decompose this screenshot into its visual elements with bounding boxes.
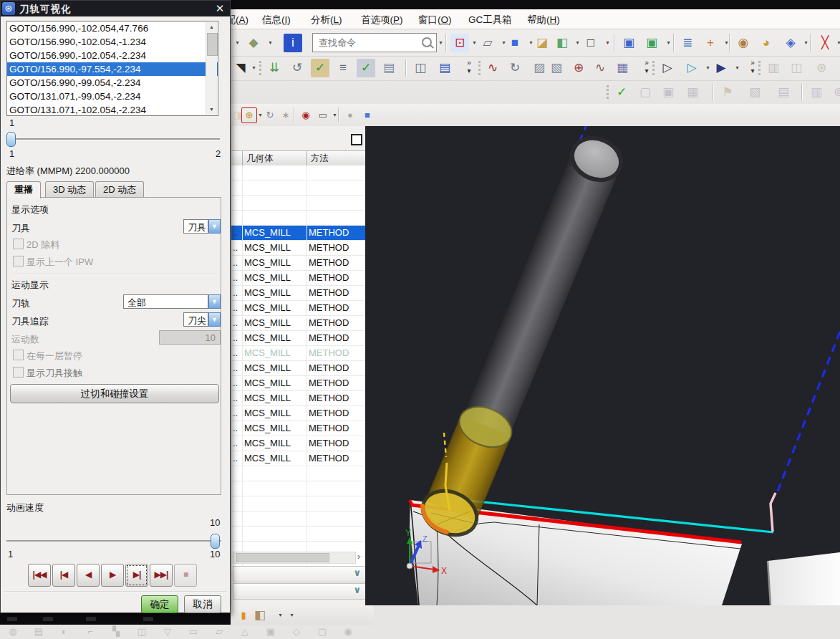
- op-faded-icon-1[interactable]: ▢: [636, 83, 655, 102]
- position-slider-handle[interactable]: [6, 132, 16, 147]
- bottom-toolbar-icon-10[interactable]: △: [238, 625, 252, 638]
- hscroll-thumb[interactable]: [236, 553, 329, 562]
- section-dropdown[interactable]: ▾: [574, 37, 581, 49]
- select-arrow-icon[interactable]: ◥: [231, 59, 250, 77]
- search-input[interactable]: [317, 37, 413, 49]
- toolbar-drag-handle[interactable]: [652, 61, 657, 75]
- goto-list-item[interactable]: GOTO/156.990,-99.054,-2.234: [7, 76, 218, 90]
- goto-scrollbar[interactable]: ▲ ▼: [206, 22, 217, 115]
- tool-display-dropdown[interactable]: ▼: [208, 219, 221, 234]
- graphics-window[interactable]: Y Z X: [365, 126, 840, 605]
- spline-icon[interactable]: ∿: [591, 59, 609, 77]
- play-backward-button[interactable]: ◀: [77, 564, 100, 587]
- bottom-toolbar-icon-13[interactable]: ▢: [315, 625, 329, 638]
- select-dropdown[interactable]: ▾: [250, 62, 258, 74]
- ok-button[interactable]: 确定: [141, 595, 178, 613]
- table-row[interactable]: ..MCS_MILLMETHOD: [231, 316, 366, 331]
- information-icon[interactable]: i: [284, 34, 302, 52]
- stop-at-intersection-icon[interactable]: ◉: [299, 108, 313, 122]
- scroll-thumb[interactable]: [207, 33, 218, 56]
- motion-count-field[interactable]: 10: [159, 330, 221, 345]
- gouge-check-icon[interactable]: ✓: [311, 59, 329, 77]
- list-toolpath-icon[interactable]: ≡: [334, 59, 352, 77]
- material-dropdown-1[interactable]: ▾: [276, 610, 284, 621]
- machine-sim-icon-3[interactable]: ⊛: [812, 59, 831, 77]
- view-orient-dropdown[interactable]: ▾: [266, 37, 274, 49]
- tab-3d-dynamic[interactable]: 3D 动态: [45, 181, 94, 197]
- table-row[interactable]: [231, 165, 366, 181]
- pattern-icon[interactable]: ▦: [613, 59, 632, 77]
- tool-display-value[interactable]: 刀具: [183, 219, 208, 234]
- table-row[interactable]: ..MCS_MILLMETHOD: [231, 436, 366, 451]
- table-row[interactable]: ..MCS_MILLMETHOD: [231, 346, 366, 361]
- rotate-point-icon[interactable]: ↻: [263, 108, 277, 122]
- table-row[interactable]: ..MCS_MILLMETHOD: [231, 331, 366, 346]
- dependencies-panel-collapsed[interactable]: ∨: [233, 566, 366, 582]
- table-row[interactable]: [231, 196, 366, 211]
- details-panel-collapsed[interactable]: ∨: [233, 583, 366, 600]
- scroll-down-icon[interactable]: ▼: [206, 105, 217, 115]
- table-row[interactable]: ..MCS_MILLMETHOD: [231, 301, 366, 316]
- op-wrench-icon[interactable]: ⊚: [829, 83, 840, 102]
- show-tool-solid-dropdown[interactable]: ▾: [733, 62, 741, 74]
- speed-slider-handle[interactable]: [211, 534, 220, 549]
- cancel-button[interactable]: 取消: [184, 595, 221, 613]
- material-dropdown-2[interactable]: ▾: [288, 610, 296, 621]
- table-row[interactable]: ..MCS_MILLMETHOD: [231, 406, 366, 421]
- table-row[interactable]: ..MCS_MILLMETHOD: [231, 361, 366, 376]
- goto-list-item[interactable]: GOTO/156.990,-97.554,-2.234: [7, 62, 218, 76]
- layer-settings-icon[interactable]: ≣: [678, 34, 697, 52]
- goto-list-item[interactable]: GOTO/131.071,-102.054,-2.234: [7, 103, 218, 116]
- command-finder[interactable]: [312, 33, 437, 52]
- table-row[interactable]: [231, 481, 366, 496]
- ipw-2d-icon[interactable]: ▧: [547, 59, 566, 77]
- toolpath-range-value[interactable]: 全部: [123, 294, 208, 309]
- scroll-up-icon[interactable]: ▲: [206, 22, 217, 32]
- background-dropdown[interactable]: ▾: [604, 37, 612, 49]
- close-icon[interactable]: ✕: [213, 2, 227, 15]
- goto-statement-list[interactable]: GOTO/156.990,-102.054,47.766GOTO/156.990…: [6, 21, 218, 116]
- step-forward-button[interactable]: ▶|: [125, 564, 148, 587]
- material-cube-icon[interactable]: ◧: [251, 606, 269, 625]
- search-dropdown[interactable]: ▾: [437, 37, 445, 49]
- op-table-icon[interactable]: ▦: [683, 83, 702, 102]
- bottom-toolbar-icon-8[interactable]: ▭: [186, 625, 201, 638]
- bottom-toolbar-icon-3[interactable]: ◐: [57, 625, 72, 638]
- table-row[interactable]: ..MCS_MILLMETHOD: [231, 451, 366, 466]
- bottom-toolbar-icon-12[interactable]: ◇: [289, 625, 304, 638]
- navigator-hscrollbar[interactable]: [233, 552, 356, 564]
- table-row[interactable]: ..MCS_MILLMETHOD: [231, 421, 366, 436]
- navigator-pin-checkbox[interactable]: [351, 134, 362, 145]
- op-list-icon[interactable]: ▥: [807, 83, 826, 102]
- hscroll-right-arrow[interactable]: ›: [357, 552, 365, 562]
- checkbox-2d-removal[interactable]: [13, 239, 24, 249]
- table-row[interactable]: ..MCS_MILLMETHOD: [231, 376, 366, 391]
- fit-view-dropdown[interactable]: ▾: [470, 37, 478, 49]
- goto-list-item[interactable]: GOTO/156.990,-102.054,-2.234: [7, 49, 218, 62]
- shop-docs-icon[interactable]: ▤: [380, 59, 398, 77]
- table-row[interactable]: ..MCS_MILLMETHOD: [231, 241, 366, 256]
- bottom-toolbar-icon-2[interactable]: ▤: [32, 625, 46, 638]
- new-window-icon[interactable]: ▣: [619, 34, 638, 52]
- menu-item-4[interactable]: 首选项(P): [357, 12, 407, 28]
- goto-list-item[interactable]: GOTO/131.071,-99.054,-2.234: [7, 90, 218, 103]
- replay-toolpath-icon[interactable]: ↺: [288, 59, 306, 77]
- bottom-toolbar-icon-7[interactable]: ▽: [160, 625, 175, 638]
- flag-icon[interactable]: ⚑: [718, 83, 737, 102]
- background-swatch-icon[interactable]: □: [581, 34, 600, 52]
- table-row[interactable]: ..MCS_MILLMETHOD: [231, 391, 366, 406]
- verify-toolpath-icon[interactable]: ✓: [357, 59, 375, 77]
- position-slider-track[interactable]: [8, 138, 220, 140]
- show-tool-dropdown[interactable]: ▾: [704, 62, 712, 74]
- goto-list-item[interactable]: GOTO/156.990,-102.054,-1.234: [7, 35, 218, 49]
- table-row[interactable]: [231, 211, 366, 226]
- column-header-blank[interactable]: [231, 151, 243, 165]
- checkbox-pause-each-level[interactable]: [13, 350, 24, 360]
- column-header-geometry[interactable]: 几何体: [243, 151, 307, 165]
- tool-trace-dropdown[interactable]: ▼: [208, 312, 221, 327]
- tab-2d-dynamic[interactable]: 2D 动态: [95, 181, 144, 197]
- go-to-start-button[interactable]: |◀◀: [28, 564, 51, 587]
- menu-item-2[interactable]: 信息(I): [258, 12, 295, 28]
- table-row[interactable]: ..MCS_MILLMETHOD: [231, 271, 366, 286]
- menu-item-6[interactable]: GC工具箱: [464, 12, 516, 28]
